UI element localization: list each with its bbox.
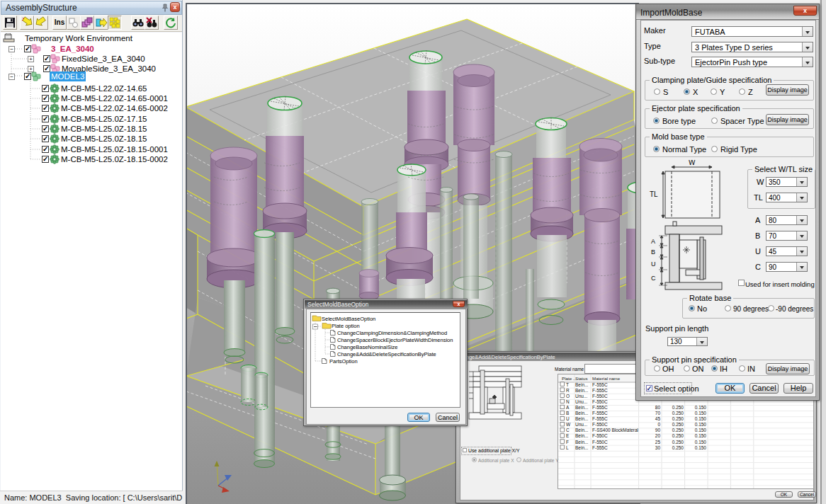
svg-text:SelectMoldBaseOption: SelectMoldBaseOption — [322, 316, 375, 322]
svg-text:0.150: 0.150 — [695, 445, 707, 450]
svg-text:E: E — [566, 433, 570, 438]
svg-text:90: 90 — [655, 428, 661, 433]
svg-text:PartsOption: PartsOption — [329, 358, 358, 365]
svg-text:0.250: 0.250 — [672, 433, 684, 438]
svg-text:Bein...: Bein... — [575, 440, 589, 445]
svg-text:0: 0 — [657, 422, 660, 427]
svg-text:T: T — [566, 382, 569, 387]
svg-text:45: 45 — [655, 416, 661, 421]
svg-text:C: C — [566, 428, 570, 433]
svg-text:0.150: 0.150 — [695, 433, 707, 438]
svg-text:O: O — [566, 394, 570, 399]
svg-text:ChangeBaseNominalSize: ChangeBaseNominalSize — [337, 344, 397, 350]
svg-text:A: A — [566, 405, 570, 410]
svg-text:25: 25 — [655, 440, 661, 445]
svg-text:0.250: 0.250 — [672, 416, 684, 421]
svg-text:F-550C: F-550C — [592, 422, 608, 427]
svg-text:0.150: 0.150 — [695, 440, 707, 445]
svg-text:Bein...: Bein... — [575, 416, 589, 421]
svg-text:Bein...: Bein... — [575, 405, 589, 410]
svg-text:0.150: 0.150 — [695, 422, 707, 427]
svg-text:0.150: 0.150 — [695, 411, 707, 416]
svg-text:F-550C: F-550C — [592, 394, 608, 399]
svg-text:F: F — [566, 440, 569, 445]
svg-text:0.250: 0.250 — [672, 405, 684, 410]
svg-text:30: 30 — [655, 445, 661, 450]
svg-text:F-555C: F-555C — [592, 388, 608, 393]
svg-text:N: N — [566, 399, 570, 404]
svg-text:F-555C: F-555C — [592, 405, 608, 410]
svg-text:R: R — [566, 388, 570, 393]
svg-text:Bein...: Bein... — [575, 428, 589, 433]
svg-text:B: B — [566, 411, 569, 416]
svg-text:F-SS400 BlockMateral: F-SS400 BlockMateral — [592, 428, 639, 433]
svg-text:0.250: 0.250 — [672, 440, 684, 445]
svg-text:C: C — [651, 275, 656, 282]
svg-text:20: 20 — [655, 433, 661, 438]
svg-text:W: W — [689, 160, 696, 166]
svg-text:U: U — [566, 416, 570, 421]
svg-text:F-555C: F-555C — [592, 445, 608, 450]
svg-text:ChangeClampingDimension&Clampi: ChangeClampingDimension&ClampingMethod — [337, 330, 447, 336]
svg-text:Bein...: Bein... — [575, 445, 589, 450]
svg-text:W: W — [566, 422, 571, 427]
svg-text:F-550C: F-550C — [592, 433, 608, 438]
svg-text:F-555C: F-555C — [592, 416, 608, 421]
svg-text:0.150: 0.150 — [695, 428, 707, 433]
svg-text:L: L — [566, 445, 569, 450]
svg-text:U: U — [651, 260, 656, 268]
svg-text:Unu...: Unu... — [575, 422, 588, 427]
svg-text:Bein...: Bein... — [575, 411, 589, 416]
svg-text:ChangeSpacerBlockEjectorPlateW: ChangeSpacerBlockEjectorPlateWidthDimens… — [337, 337, 453, 343]
svg-text:F-550C: F-550C — [592, 399, 608, 404]
svg-text:70: 70 — [655, 411, 661, 416]
svg-text:0.250: 0.250 — [672, 445, 684, 450]
svg-text:0.250: 0.250 — [672, 422, 684, 427]
svg-text:F-555C: F-555C — [592, 382, 608, 387]
svg-text:Bein...: Bein... — [575, 433, 589, 438]
svg-text:Unu...: Unu... — [575, 394, 588, 399]
svg-text:0.150: 0.150 — [695, 405, 707, 410]
svg-text:0.250: 0.250 — [672, 411, 684, 416]
svg-text:B: B — [651, 248, 655, 256]
svg-text:Bein...: Bein... — [575, 388, 589, 393]
svg-text:Unu...: Unu... — [575, 399, 588, 404]
svg-text:F-550C: F-550C — [592, 440, 608, 445]
svg-text:Status: Status — [575, 376, 588, 381]
svg-text:Bein...: Bein... — [575, 382, 589, 387]
svg-text:Change&Add&DeleteSpecification: Change&Add&DeleteSpecificationByPlate — [337, 351, 436, 357]
svg-text:80: 80 — [655, 405, 661, 410]
svg-text:A: A — [651, 238, 655, 245]
svg-text:Material name: Material name — [592, 376, 621, 381]
svg-text:F-555C: F-555C — [592, 411, 608, 416]
svg-text:0.150: 0.150 — [695, 416, 707, 421]
svg-text:TL: TL — [650, 190, 658, 198]
svg-text:Plate option: Plate option — [332, 323, 360, 329]
svg-text:0.250: 0.250 — [672, 428, 684, 433]
